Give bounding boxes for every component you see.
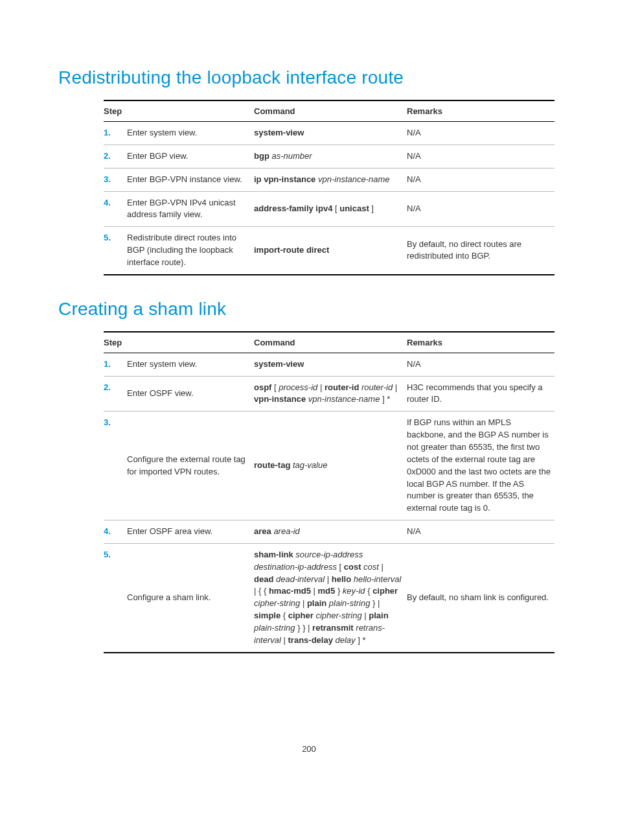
remarks-text: H3C recommends that you specify a router…: [407, 376, 555, 412]
table-row: 2.Enter BGP view.bgp as-numberN/A: [104, 145, 555, 168]
step-number: 1.: [104, 122, 127, 145]
remarks-text: By default, no sham link is configured.: [407, 543, 555, 652]
command-text: import-route direct: [254, 227, 407, 275]
step-text: Configure a sham link.: [127, 543, 254, 652]
th-step: Step: [104, 100, 254, 122]
step-number: 3.: [104, 412, 127, 520]
step-text: Enter system view.: [127, 122, 254, 145]
command-text: area area-id: [254, 520, 407, 544]
step-number: 4.: [104, 520, 127, 544]
remarks-text: N/A: [407, 168, 555, 191]
remarks-text: N/A: [407, 353, 555, 376]
command-text: system-view: [254, 122, 407, 145]
remarks-text: N/A: [407, 122, 555, 145]
step-text: Redistribute direct routes into BGP (inc…: [127, 227, 254, 275]
step-text: Enter system view.: [127, 353, 254, 376]
step-number: 3.: [104, 168, 127, 191]
page-number: 200: [58, 744, 560, 754]
command-text: system-view: [254, 353, 407, 376]
step-text: Enter BGP view.: [127, 145, 254, 168]
command-text: route-tag tag-value: [254, 412, 407, 520]
step-text: Enter OSPF area view.: [127, 520, 254, 544]
command-text: ip vpn-instance vpn-instance-name: [254, 168, 407, 191]
table-row: 5.Configure a sham link.sham-link source…: [104, 543, 555, 652]
remarks-text: N/A: [407, 191, 555, 227]
step-number: 2.: [104, 376, 127, 412]
th-step: Step: [104, 332, 254, 353]
step-number: 5.: [104, 543, 127, 652]
th-remarks: Remarks: [407, 332, 555, 353]
remarks-text: If BGP runs within an MPLS backbone, and…: [407, 412, 555, 520]
command-text: address-family ipv4 [ unicast ]: [254, 191, 407, 227]
step-text: Enter OSPF view.: [127, 376, 254, 412]
remarks-text: By default, no direct routes are redistr…: [407, 227, 555, 275]
step-text: Enter BGP-VPN IPv4 unicast address famil…: [127, 191, 254, 227]
table-row: 4.Enter BGP-VPN IPv4 unicast address fam…: [104, 191, 555, 227]
table-row: 1.Enter system view.system-viewN/A: [104, 122, 555, 145]
table-row: 1.Enter system view.system-viewN/A: [104, 353, 555, 376]
command-text: sham-link source-ip-address destination-…: [254, 543, 407, 652]
heading-sham-link: Creating a sham link: [58, 299, 560, 320]
table-row: 2.Enter OSPF view.ospf [ process-id | ro…: [104, 376, 555, 412]
th-command: Command: [254, 100, 407, 122]
th-remarks: Remarks: [407, 100, 555, 122]
step-text: Configure the external route tag for imp…: [127, 412, 254, 520]
command-text: ospf [ process-id | router-id router-id …: [254, 376, 407, 412]
table-sham-link: Step Command Remarks 1.Enter system view…: [104, 331, 555, 653]
step-number: 5.: [104, 227, 127, 275]
heading-redistributing: Redistributing the loopback interface ro…: [58, 67, 560, 88]
command-text: bgp as-number: [254, 145, 407, 168]
table-row: 4.Enter OSPF area view.area area-idN/A: [104, 520, 555, 544]
step-text: Enter BGP-VPN instance view.: [127, 168, 254, 191]
remarks-text: N/A: [407, 520, 555, 544]
table-redistributing: Step Command Remarks 1.Enter system view…: [104, 100, 555, 275]
table-row: 3.Enter BGP-VPN instance view.ip vpn-ins…: [104, 168, 555, 191]
step-number: 4.: [104, 191, 127, 227]
th-command: Command: [254, 332, 407, 353]
table-row: 5.Redistribute direct routes into BGP (i…: [104, 227, 555, 275]
step-number: 2.: [104, 145, 127, 168]
step-number: 1.: [104, 353, 127, 376]
table-row: 3.Configure the external route tag for i…: [104, 412, 555, 520]
remarks-text: N/A: [407, 145, 555, 168]
